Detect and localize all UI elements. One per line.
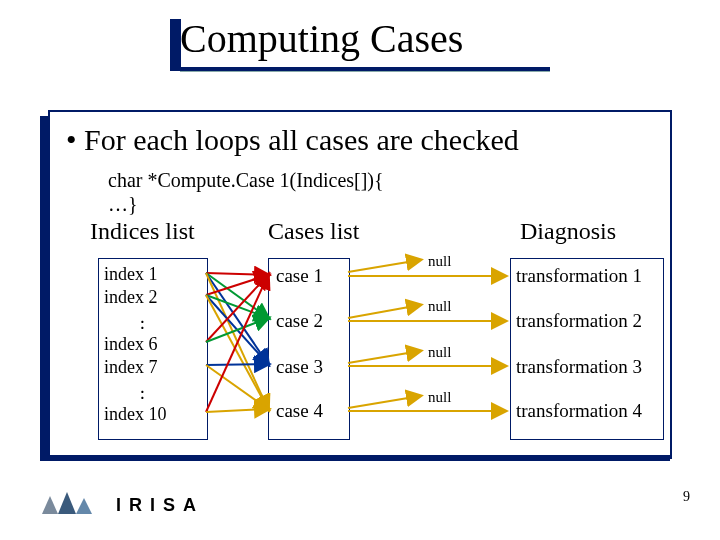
page-number: 9 [683, 489, 690, 505]
code-line-2: …} [108, 193, 138, 215]
svg-marker-23 [58, 492, 76, 514]
code-snippet: char *Compute.Case 1(Indices[]){ …} [108, 168, 384, 216]
case-item: case 2 [276, 310, 323, 332]
code-line-1: char *Compute.Case 1(Indices[]){ [108, 169, 384, 191]
transformation-item: transformation 3 [516, 356, 642, 378]
header-indices: Indices list [90, 218, 195, 245]
logo-icon [40, 490, 94, 520]
case-item: case 1 [276, 265, 323, 287]
index-item: index 10 [104, 403, 167, 425]
logo-text: IRISA [116, 495, 204, 516]
title-underline-light [180, 71, 550, 72]
case-item: case 3 [276, 356, 323, 378]
null-label: null [428, 344, 451, 361]
transformation-item: transformation 2 [516, 310, 642, 332]
title-block: Computing Cases [180, 15, 463, 62]
header-cases: Cases list [268, 218, 359, 245]
null-label: null [428, 298, 451, 315]
transformation-item: transformation 4 [516, 400, 642, 422]
index-item: index 1 [104, 263, 158, 285]
slide-title: Computing Cases [180, 15, 463, 62]
index-item: index 6 [104, 333, 158, 355]
index-item: index 7 [104, 356, 158, 378]
header-diagnosis: Diagnosis [520, 218, 616, 245]
transformation-item: transformation 1 [516, 265, 642, 287]
slide: Computing Cases • For each loops all cas… [0, 0, 720, 540]
bullet-text: • For each loops all cases are checked [66, 123, 519, 157]
null-label: null [428, 389, 451, 406]
logo: IRISA [40, 490, 204, 520]
title-shadow [170, 19, 181, 71]
svg-marker-22 [42, 496, 58, 514]
case-item: case 4 [276, 400, 323, 422]
vdots-icon: .. [140, 314, 145, 326]
svg-marker-24 [76, 498, 92, 514]
index-item: index 2 [104, 286, 158, 308]
vdots-icon: .. [140, 384, 145, 396]
null-label: null [428, 253, 451, 270]
body-shadow-left [40, 116, 48, 461]
